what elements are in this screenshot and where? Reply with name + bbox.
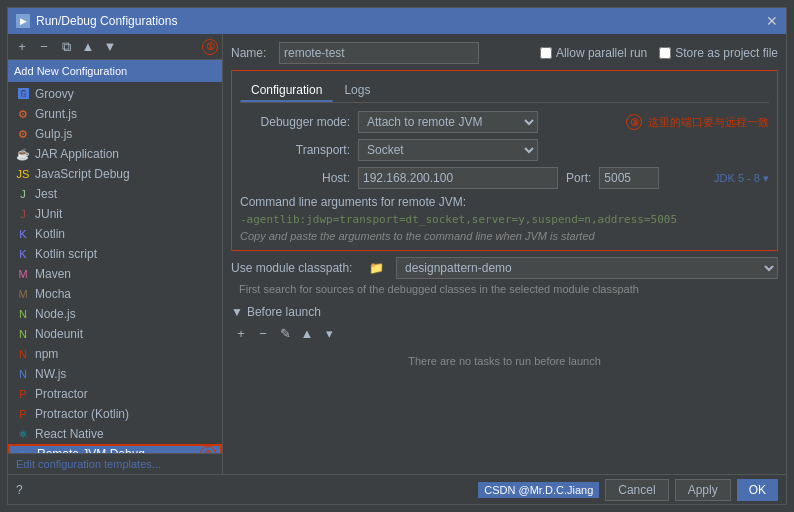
module-select[interactable]: designpattern-demo xyxy=(396,257,778,279)
add-new-configuration[interactable]: Add New Configuration xyxy=(8,60,222,82)
jar-icon: ☕ xyxy=(16,147,30,161)
move-up-button[interactable]: ▲ xyxy=(78,37,98,57)
junit-icon: J xyxy=(16,207,30,221)
jsdbg-icon: JS xyxy=(16,167,30,181)
protractor-kotlin-icon: P xyxy=(16,407,30,421)
launch-edit-button[interactable]: ✎ xyxy=(275,323,295,343)
launch-down-button[interactable]: ▾ xyxy=(319,323,339,343)
transport-row: Transport: Socket xyxy=(240,139,769,161)
sidebar-item-label-kotlin-script: Kotlin script xyxy=(35,247,97,261)
dialog-title: Run/Debug Configurations xyxy=(36,14,177,28)
cancel-button[interactable]: Cancel xyxy=(605,479,668,501)
sidebar-item-label-mocha: Mocha xyxy=(35,287,71,301)
config-box: Configuration Logs Debugger mode: Attach… xyxy=(231,70,778,251)
tab-configuration[interactable]: Configuration xyxy=(240,79,333,102)
host-label: Host: xyxy=(240,171,350,185)
sidebar-item-label-kotlin: Kotlin xyxy=(35,227,65,241)
before-launch-label: Before launch xyxy=(247,305,321,319)
right-panel: Name: Allow parallel run Store as projec… xyxy=(223,34,786,474)
apply-button[interactable]: Apply xyxy=(675,479,731,501)
before-launch-header[interactable]: ▼ Before launch xyxy=(231,305,778,319)
edit-templates-link[interactable]: Edit configuration templates... xyxy=(8,453,222,474)
allow-parallel-label: Allow parallel run xyxy=(556,46,647,60)
sidebar-item-protractor-kotlin[interactable]: P Protractor (Kotlin) xyxy=(8,404,222,424)
store-as-project-input[interactable] xyxy=(659,47,671,59)
kotlin-icon: K xyxy=(16,227,30,241)
debugger-mode-select[interactable]: Attach to remote JVM xyxy=(358,111,538,133)
sidebar-item-grunt[interactable]: ⚙ Grunt.js xyxy=(8,104,222,124)
gulp-icon: ⚙ xyxy=(16,127,30,141)
sidebar-item-jsdbg[interactable]: JS JavaScript Debug xyxy=(8,164,222,184)
name-input[interactable] xyxy=(279,42,479,64)
sidebar-item-jar[interactable]: ☕ JAR Application xyxy=(8,144,222,164)
sidebar-item-npm[interactable]: N npm xyxy=(8,344,222,364)
nwjs-icon: N xyxy=(16,367,30,381)
host-row: Host: Port: JDK 5 - 8 ▾ xyxy=(240,167,769,189)
sidebar-item-gulp[interactable]: ⚙ Gulp.js xyxy=(8,124,222,144)
sidebar-item-nodeunit[interactable]: N Nodeunit xyxy=(8,324,222,344)
remove-config-button[interactable]: − xyxy=(34,37,54,57)
annotation-3: ③ xyxy=(626,114,642,130)
maven-icon: M xyxy=(16,267,30,281)
add-config-button[interactable]: + xyxy=(12,37,32,57)
sidebar-item-nodejs[interactable]: N Node.js xyxy=(8,304,222,324)
tab-configuration-label: Configuration xyxy=(251,83,322,97)
module-hint: First search for sources of the debugged… xyxy=(231,283,778,295)
main-content: + − ⧉ ▲ ▼ ① Add New Configuration 🅶 Groo… xyxy=(8,34,786,474)
port-label: Port: xyxy=(566,171,591,185)
sidebar-item-junit[interactable]: J JUnit xyxy=(8,204,222,224)
sidebar-item-protractor[interactable]: P Protractor xyxy=(8,384,222,404)
sidebar-item-kotlin[interactable]: K Kotlin xyxy=(8,224,222,244)
sidebar-item-react-native[interactable]: ⚛ React Native xyxy=(8,424,222,444)
sidebar-item-label-maven: Maven xyxy=(35,267,71,281)
help-button[interactable]: ? xyxy=(16,483,23,497)
move-down-button[interactable]: ▼ xyxy=(100,37,120,57)
sidebar-item-jest[interactable]: J Jest xyxy=(8,184,222,204)
nodejs-icon: N xyxy=(16,307,30,321)
sidebar-item-remote-jvm[interactable]: ▶ Remote JVM Debug ② xyxy=(8,444,222,453)
allow-parallel-checkbox[interactable]: Allow parallel run xyxy=(540,46,647,60)
cmd-label: Command line arguments for remote JVM: xyxy=(240,195,769,209)
launch-remove-button[interactable]: − xyxy=(253,323,273,343)
left-toolbar: + − ⧉ ▲ ▼ ① xyxy=(8,34,222,60)
launch-toolbar: + − ✎ ▲ ▾ xyxy=(231,323,778,343)
before-launch-chevron: ▼ xyxy=(231,305,243,319)
annotation-1: ① xyxy=(202,39,218,55)
close-button[interactable]: ✕ xyxy=(766,13,778,29)
jdk-badge[interactable]: JDK 5 - 8 ▾ xyxy=(714,172,769,184)
launch-add-button[interactable]: + xyxy=(231,323,251,343)
copy-config-button[interactable]: ⧉ xyxy=(56,37,76,57)
title-bar: ▶ Run/Debug Configurations ✕ xyxy=(8,8,786,34)
debugger-mode-label: Debugger mode: xyxy=(240,115,350,129)
sidebar-item-label-grunt: Grunt.js xyxy=(35,107,77,121)
sidebar-item-label-jsdbg: JavaScript Debug xyxy=(35,167,130,181)
csdn-watermark: CSDN @Mr.D.C.Jiang xyxy=(478,482,599,498)
sidebar-item-nwjs[interactable]: N NW.js xyxy=(8,364,222,384)
port-input[interactable] xyxy=(599,167,659,189)
remote-jvm-icon: ▶ xyxy=(18,447,32,453)
sidebar-item-label-junit: JUnit xyxy=(35,207,62,221)
sidebar-item-maven[interactable]: M Maven xyxy=(8,264,222,284)
edit-templates-label: Edit configuration templates... xyxy=(16,458,161,470)
launch-up-button[interactable]: ▲ xyxy=(297,323,317,343)
allow-parallel-input[interactable] xyxy=(540,47,552,59)
sidebar-item-label-npm: npm xyxy=(35,347,58,361)
ok-button[interactable]: OK xyxy=(737,479,778,501)
kotlin-script-icon: K xyxy=(16,247,30,261)
store-as-project-label: Store as project file xyxy=(675,46,778,60)
store-as-project-checkbox[interactable]: Store as project file xyxy=(659,46,778,60)
sidebar-item-mocha[interactable]: M Mocha xyxy=(8,284,222,304)
cmd-section: Command line arguments for remote JVM: -… xyxy=(240,195,769,226)
sidebar-item-label-remote-jvm: Remote JVM Debug xyxy=(37,447,145,453)
annotation-2: ② xyxy=(200,446,216,453)
module-folder-icon: 📁 xyxy=(369,261,384,275)
sidebar-item-label-nodeunit: Nodeunit xyxy=(35,327,83,341)
host-input[interactable] xyxy=(358,167,558,189)
react-icon: ⚛ xyxy=(16,427,30,441)
tab-logs[interactable]: Logs xyxy=(333,79,381,102)
sidebar-item-groovy[interactable]: 🅶 Groovy xyxy=(8,84,222,104)
footer-buttons: CSDN @Mr.D.C.Jiang Cancel Apply OK xyxy=(478,479,778,501)
debugger-mode-row: Debugger mode: Attach to remote JVM ③ 这里… xyxy=(240,111,769,133)
sidebar-item-kotlin-script[interactable]: K Kotlin script xyxy=(8,244,222,264)
transport-select[interactable]: Socket xyxy=(358,139,538,161)
